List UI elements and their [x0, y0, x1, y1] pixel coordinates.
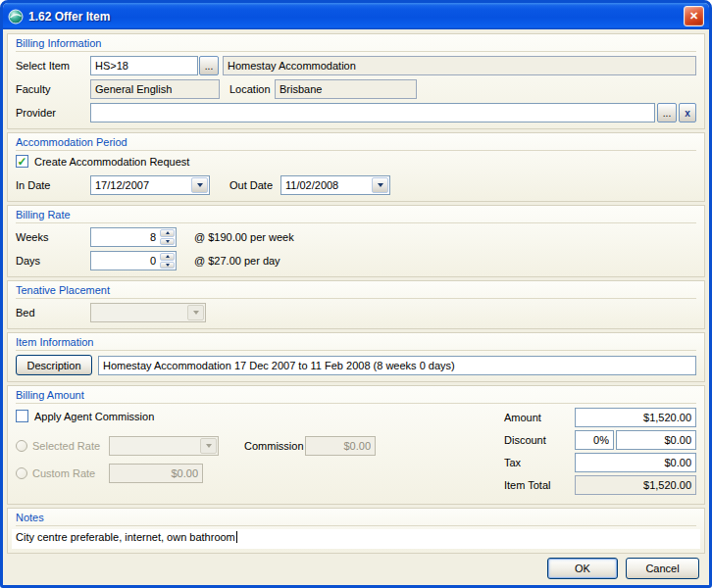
provider-label: Provider [16, 107, 90, 119]
billing-amount-section: Billing Amount Apply Agent Commission Se… [7, 385, 705, 505]
spinner-down-icon[interactable] [160, 238, 175, 246]
ok-button[interactable]: OK [547, 558, 618, 579]
notes-header: Notes [16, 510, 696, 526]
faculty-label: Faculty [16, 83, 90, 95]
amount-label: Amount [504, 412, 575, 423]
description-button[interactable]: Description [16, 355, 92, 375]
billing-information-section: Billing Information Select Item ... Home… [7, 33, 705, 129]
faculty-field: General English [90, 79, 220, 99]
commission-block: Apply Agent Commission Selected Rate Com… [16, 408, 504, 483]
window-icon [8, 9, 24, 24]
days-label: Days [16, 255, 90, 267]
accommodation-period-section: Accommodation Period ✓ Create Accommodat… [7, 132, 705, 202]
chevron-down-icon [200, 438, 217, 454]
dialog-footer: OK Cancel [7, 557, 705, 582]
discount-amount-input[interactable] [616, 430, 696, 450]
billing-rate-section: Billing Rate Weeks @ $190.00 per week Da… [7, 205, 705, 277]
bed-value [91, 304, 186, 321]
in-date-value: 17/12/2007 [91, 176, 190, 194]
select-item-label: Select Item [16, 60, 90, 72]
provider-input[interactable] [90, 103, 655, 122]
checkmark-icon: ✓ [17, 156, 26, 168]
item-information-section: Item Information Description [7, 332, 705, 382]
tenative-placement-section: Tenative Placement Bed [7, 280, 705, 329]
commission-input [305, 436, 376, 456]
bed-label: Bed [16, 307, 90, 318]
offer-item-dialog: 1.62 Offer Item ✕ Billing Information Se… [0, 0, 712, 588]
close-icon: ✕ [689, 10, 698, 23]
ellipsis-icon: ... [663, 108, 671, 119]
out-date-combo[interactable]: 11/02/2008 [280, 175, 390, 195]
accommodation-period-header: Accommodation Period [16, 134, 696, 151]
create-accommodation-request-label: Create Accommodation Request [34, 156, 189, 168]
notes-text: City centre preferable, internet, own ba… [16, 531, 235, 543]
amount-input[interactable] [575, 408, 696, 427]
custom-rate-label: Custom Rate [32, 467, 109, 479]
notes-section: Notes City centre preferable, internet, … [7, 508, 705, 554]
spinner-up-icon[interactable] [160, 253, 175, 261]
dialog-body: Billing Information Select Item ... Home… [3, 29, 709, 585]
weeks-spinner[interactable] [90, 227, 177, 247]
days-rate-text: @ $27.00 per day [194, 255, 280, 267]
selected-rate-value [110, 437, 199, 455]
ellipsis-icon: ... [205, 61, 213, 72]
discount-label: Discount [504, 434, 575, 446]
selected-rate-combo [109, 436, 219, 456]
description-input[interactable] [98, 356, 696, 375]
billing-information-header: Billing Information [16, 35, 696, 52]
tax-label: Tax [504, 457, 575, 468]
custom-rate-radio [16, 467, 27, 479]
location-field: Brisbane [275, 79, 417, 99]
tenative-placement-header: Tenative Placement [16, 282, 696, 299]
billing-rate-header: Billing Rate [16, 207, 696, 223]
selected-rate-label: Selected Rate [32, 440, 109, 452]
out-date-label: Out Date [229, 179, 280, 191]
weeks-input[interactable] [91, 228, 159, 246]
text-caret [236, 531, 237, 543]
clear-x-icon: x [685, 108, 690, 119]
in-date-label: In Date [16, 179, 90, 191]
item-name-field: Homestay Accommodation [223, 56, 696, 75]
discount-percent-input[interactable] [575, 430, 614, 450]
apply-agent-commission-label: Apply Agent Commission [34, 411, 154, 422]
weeks-label: Weeks [16, 231, 90, 243]
cancel-button[interactable]: Cancel [626, 558, 699, 579]
in-date-combo[interactable]: 17/12/2007 [90, 175, 210, 195]
days-input[interactable] [91, 252, 159, 270]
provider-clear-button[interactable]: x [679, 103, 696, 122]
custom-rate-input [109, 464, 203, 483]
out-date-value: 11/02/2008 [281, 176, 371, 194]
window-title: 1.62 Offer Item [28, 10, 679, 24]
chevron-down-icon[interactable] [191, 177, 208, 193]
item-total-label: Item Total [504, 479, 575, 491]
days-spinner[interactable] [90, 251, 177, 270]
commission-label: Commission [244, 440, 305, 452]
create-accommodation-request-checkbox[interactable]: ✓ [16, 155, 28, 168]
chevron-down-icon[interactable] [372, 177, 388, 193]
apply-agent-commission-checkbox[interactable] [16, 410, 28, 422]
billing-amount-header: Billing Amount [16, 387, 696, 404]
spinner-down-icon[interactable] [160, 262, 175, 270]
select-item-input[interactable] [90, 56, 198, 75]
location-label: Location [229, 83, 275, 95]
titlebar[interactable]: 1.62 Offer Item ✕ [3, 3, 709, 29]
bed-combo [90, 303, 206, 322]
item-total-field: $1,520.00 [575, 475, 696, 495]
item-information-header: Item Information [16, 334, 696, 351]
notes-textarea[interactable]: City centre preferable, internet, own ba… [12, 529, 700, 549]
select-item-browse-button[interactable]: ... [199, 56, 219, 75]
spinner-up-icon[interactable] [160, 229, 175, 237]
chevron-down-icon [187, 305, 204, 320]
close-button[interactable]: ✕ [684, 6, 704, 26]
selected-rate-radio [16, 440, 27, 452]
tax-input[interactable] [575, 453, 696, 472]
weeks-rate-text: @ $190.00 per week [194, 231, 294, 243]
provider-browse-button[interactable]: ... [657, 103, 677, 122]
totals-block: Amount Discount Tax Item Total $1, [504, 408, 696, 498]
